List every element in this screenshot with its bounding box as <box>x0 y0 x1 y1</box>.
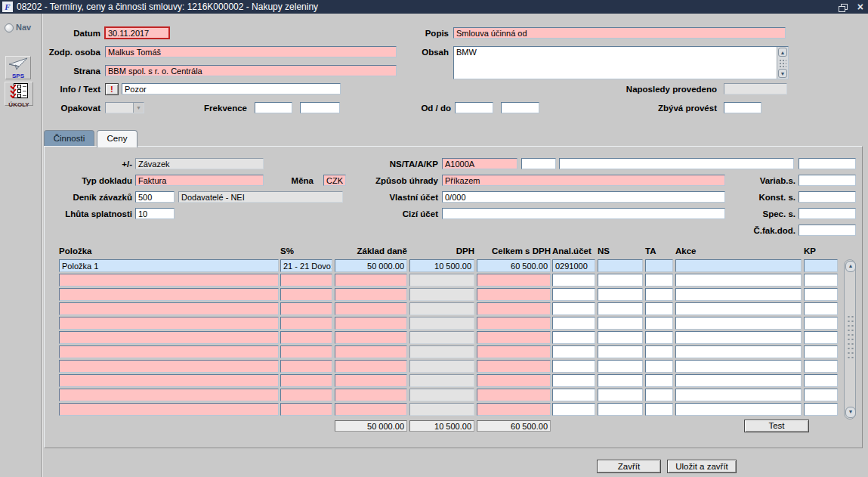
grid-cell-kp-row-7[interactable] <box>804 360 838 373</box>
grid-cell-ta-row-2[interactable] <box>645 288 673 301</box>
grid-cell-dph-row-3[interactable] <box>409 302 474 315</box>
grid-cell-zaklad-row-3[interactable] <box>335 302 407 315</box>
grid-cell-zaklad-row-4[interactable] <box>335 317 407 330</box>
grid-cell-ta-row-9[interactable] <box>645 389 673 401</box>
info-text-field[interactable]: Pozor <box>122 83 341 94</box>
c-fak-dod-field[interactable] <box>798 225 856 236</box>
grid-scroll-up-icon[interactable]: ▲ <box>845 261 856 272</box>
grid-cell-anal-row-4[interactable] <box>552 317 595 330</box>
grid-cell-polozka-row-8[interactable] <box>59 374 279 387</box>
grid-cell-kp-row-8[interactable] <box>804 374 838 387</box>
grid-cell-celkem-row-6[interactable] <box>477 345 551 358</box>
restore-window-icon[interactable] <box>839 2 848 11</box>
grid-cell-zaklad-row-6[interactable] <box>335 345 407 358</box>
grid-cell-ta-row-10[interactable] <box>645 403 673 416</box>
grid-cell-polozka-row-3[interactable] <box>59 302 279 315</box>
grid-cell-polozka-row-4[interactable] <box>59 317 279 330</box>
grid-cell-ta-row-4[interactable] <box>645 317 673 330</box>
grid-cell-akce-row-0[interactable] <box>675 259 802 272</box>
grid-cell-akce-row-6[interactable] <box>675 345 802 358</box>
grid-cell-akce-row-2[interactable] <box>675 288 802 301</box>
grid-cell-akce-row-10[interactable] <box>675 403 802 416</box>
grid-cell-akce-row-1[interactable] <box>675 274 802 287</box>
variab-s-field[interactable] <box>798 175 856 186</box>
grid-cell-ns-row-1[interactable] <box>598 274 643 287</box>
grid-cell-celkem-row-5[interactable] <box>477 331 551 344</box>
grid-cell-s_pct-row-9[interactable] <box>280 389 332 401</box>
tab-cinnosti[interactable]: Činnosti <box>44 130 94 146</box>
datum-field[interactable]: 30.11.2017 <box>105 27 169 39</box>
grid-cell-ta-row-8[interactable] <box>645 374 673 387</box>
grid-cell-dph-row-9[interactable] <box>409 389 474 401</box>
grid-scroll-down-icon[interactable]: ▼ <box>845 407 856 418</box>
grid-cell-zaklad-row-7[interactable] <box>335 360 407 373</box>
grid-cell-anal-row-6[interactable] <box>552 345 595 358</box>
scroll-up-icon[interactable]: ▲ <box>778 48 787 57</box>
zodp-osoba-field[interactable]: Malkus Tomáš <box>105 46 397 57</box>
grid-cell-celkem-row-10[interactable] <box>477 403 551 416</box>
close-icon[interactable]: × <box>857 0 863 14</box>
grid-cell-dph-row-0[interactable]: 10 500.00 <box>409 259 474 272</box>
zpusob-uhrady-field[interactable]: Příkazem <box>442 175 725 186</box>
grid-cell-celkem-row-9[interactable] <box>477 389 551 401</box>
grid-cell-anal-row-9[interactable] <box>552 389 595 401</box>
grid-cell-anal-row-3[interactable] <box>552 302 595 315</box>
grid-cell-polozka-row-10[interactable] <box>59 403 279 416</box>
grid-cell-celkem-row-8[interactable] <box>477 374 551 387</box>
grid-cell-ns-row-9[interactable] <box>598 389 643 401</box>
grid-cell-ta-row-0[interactable] <box>645 259 673 272</box>
grid-cell-dph-row-10[interactable] <box>409 403 474 416</box>
grid-cell-kp-row-10[interactable] <box>804 403 838 416</box>
grid-cell-dph-row-8[interactable] <box>409 374 474 387</box>
grid-cell-zaklad-row-5[interactable] <box>335 331 407 344</box>
denik-kod-field[interactable]: 500 <box>135 191 175 203</box>
grid-cell-polozka-row-9[interactable] <box>59 389 279 401</box>
grid-cell-s_pct-row-6[interactable] <box>280 345 332 358</box>
grid-cell-celkem-row-4[interactable] <box>477 317 551 330</box>
grid-cell-dph-row-6[interactable] <box>409 345 474 358</box>
cizi-ucet-field[interactable] <box>442 208 725 219</box>
ns-field-1[interactable]: A1000A <box>442 158 517 169</box>
mena-field[interactable]: CZK <box>323 175 346 186</box>
grid-cell-kp-row-0[interactable] <box>804 259 838 272</box>
grid-cell-zaklad-row-1[interactable] <box>335 274 407 287</box>
grid-cell-ns-row-3[interactable] <box>598 302 643 315</box>
grid-cell-dph-row-7[interactable] <box>409 360 474 373</box>
grid-cell-ta-row-3[interactable] <box>645 302 673 315</box>
grid-cell-zaklad-row-9[interactable] <box>335 389 407 401</box>
grid-cell-akce-row-5[interactable] <box>675 331 802 344</box>
grid-cell-kp-row-5[interactable] <box>804 331 838 344</box>
grid-cell-s_pct-row-5[interactable] <box>280 331 332 344</box>
grid-cell-polozka-row-2[interactable] <box>59 288 279 301</box>
grid-cell-ta-row-5[interactable] <box>645 331 673 344</box>
strana-field[interactable]: BBM spol. s r. o. Centrála <box>105 65 397 76</box>
grid-cell-kp-row-1[interactable] <box>804 274 838 287</box>
grid-cell-s_pct-row-7[interactable] <box>280 360 332 373</box>
info-alert-button[interactable]: ! <box>105 83 119 95</box>
frekvence-field-1[interactable] <box>255 102 292 113</box>
grid-cell-dph-row-1[interactable] <box>409 274 474 287</box>
grid-cell-kp-row-9[interactable] <box>804 389 838 401</box>
test-button[interactable]: Test <box>744 420 809 432</box>
grid-cell-celkem-row-7[interactable] <box>477 360 551 373</box>
grid-cell-akce-row-3[interactable] <box>675 302 802 315</box>
grid-cell-anal-row-0[interactable]: 0291000 <box>552 259 595 272</box>
frekvence-field-2[interactable] <box>300 102 340 113</box>
nav-radio[interactable] <box>5 23 14 33</box>
sps-button[interactable]: SPS <box>5 56 31 79</box>
grid-cell-ta-row-7[interactable] <box>645 360 673 373</box>
scroll-down-icon[interactable]: ▼ <box>778 69 787 78</box>
grid-cell-ns-row-6[interactable] <box>598 345 643 358</box>
spec-s-field[interactable] <box>798 208 856 219</box>
od-field[interactable] <box>455 102 493 113</box>
popis-field[interactable]: Smlouva účinná od <box>453 27 786 39</box>
grid-cell-celkem-row-0[interactable]: 60 500.00 <box>477 259 551 272</box>
chevron-down-icon[interactable]: ▼ <box>133 103 144 113</box>
ns-field-4[interactable] <box>798 158 856 169</box>
grid-cell-polozka-row-1[interactable] <box>59 274 279 287</box>
tab-ceny[interactable]: Ceny <box>97 130 137 147</box>
typ-dokladu-field[interactable]: Faktura <box>135 175 264 186</box>
grid-cell-akce-row-7[interactable] <box>675 360 802 373</box>
grid-cell-kp-row-2[interactable] <box>804 288 838 301</box>
opakovat-dropdown[interactable]: ▼ <box>105 102 144 113</box>
